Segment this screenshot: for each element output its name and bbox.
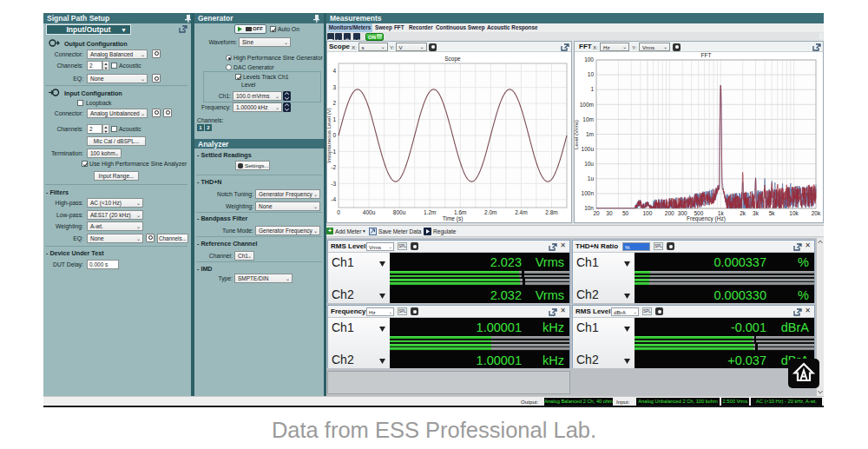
svg-text:Level (Vrms): Level (Vrms) [574, 120, 579, 149]
svg-text:20: 20 [593, 210, 600, 216]
svg-text:10: 10 [588, 71, 595, 77]
svg-text:30: 30 [606, 210, 613, 216]
svg-text:1.6m: 1.6m [454, 209, 466, 215]
svg-text:3k: 3k [753, 210, 760, 216]
svg-text:3: 3 [332, 84, 336, 90]
svg-text:200: 200 [665, 210, 674, 216]
svg-text:2k: 2k [740, 210, 746, 216]
svg-text:2: 2 [332, 100, 336, 106]
svg-text:100: 100 [584, 56, 594, 63]
svg-text:1.2m: 1.2m [424, 209, 436, 215]
svg-text:10k: 10k [789, 210, 799, 216]
svg-text:FFT: FFT [701, 52, 712, 58]
svg-text:2.0m: 2.0m [484, 209, 496, 215]
svg-text:Scope: Scope [444, 56, 461, 63]
svg-text:400u: 400u [363, 209, 376, 215]
svg-text:2.4m: 2.4m [515, 209, 527, 215]
svg-text:10m: 10m [582, 116, 594, 122]
svg-text:50: 50 [622, 210, 629, 216]
svg-text:100: 100 [642, 210, 652, 216]
svg-text:1m: 1m [586, 131, 594, 137]
svg-text:5k: 5k [769, 210, 776, 216]
svg-text:1u: 1u [588, 175, 595, 182]
svg-text:0: 0 [337, 209, 340, 215]
svg-text:20k: 20k [812, 210, 821, 216]
svg-text:100u: 100u [582, 146, 595, 152]
svg-text:-1: -1 [331, 149, 336, 155]
svg-text:100m: 100m [580, 102, 594, 108]
svg-text:10u: 10u [584, 161, 594, 167]
svg-text:Time (s): Time (s) [443, 215, 464, 222]
svg-text:100n: 100n [582, 190, 595, 196]
svg-text:2.8m: 2.8m [545, 209, 557, 215]
svg-text:-4: -4 [331, 196, 336, 202]
svg-text:0: 0 [332, 132, 336, 138]
svg-text:-2: -2 [331, 164, 336, 170]
svg-text:1: 1 [332, 116, 336, 122]
svg-text:-3: -3 [331, 181, 336, 187]
svg-text:800u: 800u [393, 209, 406, 215]
svg-text:Instantaneous Level (V): Instantaneous Level (V) [326, 108, 332, 162]
svg-text:Frequency (Hz): Frequency (Hz) [687, 215, 726, 222]
svg-text:4: 4 [332, 68, 336, 74]
svg-text:1: 1 [590, 86, 594, 92]
svg-text:10n: 10n [584, 205, 594, 211]
